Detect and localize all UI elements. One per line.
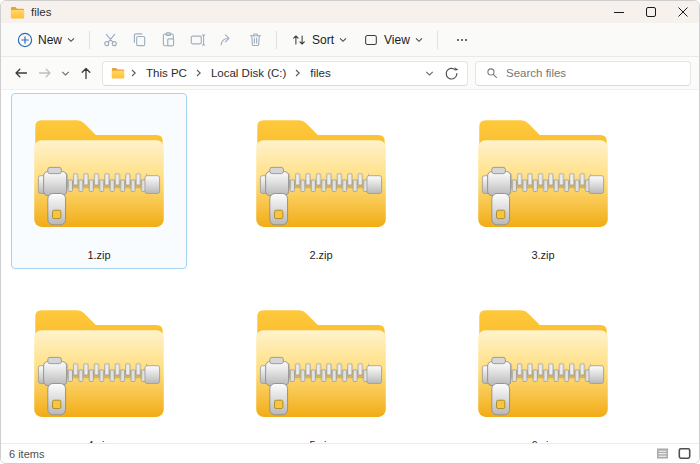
search-icon [485, 66, 499, 80]
rename-button[interactable] [183, 27, 212, 53]
file-label: 1.zip [87, 249, 110, 262]
back-icon [13, 65, 29, 81]
window-title: files [31, 6, 51, 18]
file-item-2zip[interactable]: 2.zip [233, 93, 409, 269]
more-options-button[interactable] [444, 27, 480, 53]
toolbar-divider [437, 31, 438, 49]
close-button[interactable] [667, 1, 699, 23]
file-label: 2.zip [309, 249, 332, 262]
file-explorer-window: files New [0, 0, 700, 464]
close-icon [678, 7, 688, 17]
cut-button[interactable] [96, 27, 125, 53]
sort-button-label: Sort [312, 33, 334, 47]
zip-folder-icon [474, 284, 612, 436]
chevron-down-icon [67, 37, 75, 43]
chevron-down-icon [415, 37, 423, 43]
forward-button[interactable] [33, 61, 56, 85]
chevron-right-icon [128, 69, 140, 77]
minimize-icon [614, 7, 624, 17]
address-bar[interactable]: This PC Local Disk (C:) files [102, 61, 468, 86]
new-button-label: New [38, 33, 62, 47]
new-button[interactable]: New [9, 27, 83, 53]
refresh-icon[interactable] [444, 66, 459, 81]
zip-folder-icon [30, 94, 168, 246]
file-grid: 1.zip 2.zip 3.zip 4.zip 5.zip 6.zip [1, 90, 699, 443]
copy-button[interactable] [125, 27, 154, 53]
more-options-icon [454, 32, 470, 48]
paste-icon [160, 31, 177, 48]
details-view-button[interactable] [651, 445, 673, 463]
chevron-down-icon [339, 37, 347, 43]
zip-folder-icon [30, 284, 168, 436]
search-box[interactable] [475, 61, 691, 86]
view-button-label: View [384, 33, 410, 47]
file-item-3zip[interactable]: 3.zip [455, 93, 631, 269]
folder-icon [111, 66, 125, 80]
chevron-right-icon [193, 69, 205, 77]
view-icon [363, 32, 379, 48]
file-item-4zip[interactable]: 4.zip [11, 283, 187, 443]
items-count: 6 items [9, 448, 44, 460]
paste-button[interactable] [154, 27, 183, 53]
sort-button[interactable]: Sort [283, 27, 355, 53]
forward-icon [37, 65, 53, 81]
file-label: 3.zip [531, 249, 554, 262]
cut-icon [102, 31, 119, 48]
delete-icon [247, 31, 264, 48]
share-button[interactable] [212, 27, 241, 53]
minimize-button[interactable] [603, 1, 635, 23]
address-dropdown-button[interactable] [425, 70, 434, 77]
up-button[interactable] [74, 61, 97, 85]
chevron-right-icon [292, 69, 304, 77]
window-tab[interactable]: files [10, 5, 51, 20]
view-button[interactable]: View [355, 27, 431, 53]
large-icons-view-button[interactable] [673, 445, 695, 463]
file-item-6zip[interactable]: 6.zip [455, 283, 631, 443]
breadcrumb-files[interactable]: files [307, 66, 333, 80]
up-icon [78, 65, 94, 81]
copy-icon [131, 31, 148, 48]
rename-icon [189, 31, 206, 48]
title-bar: files [1, 1, 699, 23]
large-icons-view-icon [678, 447, 691, 460]
zip-folder-icon [252, 94, 390, 246]
toolbar-divider [276, 31, 277, 49]
new-plus-icon [17, 32, 33, 48]
share-icon [218, 31, 235, 48]
maximize-icon [646, 7, 656, 17]
delete-button[interactable] [241, 27, 270, 53]
zip-folder-icon [252, 284, 390, 436]
caption-buttons [603, 1, 699, 23]
file-item-5zip[interactable]: 5.zip [233, 283, 409, 443]
file-item-1zip[interactable]: 1.zip [11, 93, 187, 269]
folder-icon [10, 5, 25, 20]
sort-icon [291, 32, 307, 48]
search-input[interactable] [506, 67, 681, 79]
toolbar-divider [89, 31, 90, 49]
breadcrumb-local-disk-c[interactable]: Local Disk (C:) [208, 66, 289, 80]
status-bar: 6 items [1, 443, 699, 463]
chevron-down-icon [61, 70, 70, 77]
breadcrumb-this-pc[interactable]: This PC [143, 66, 190, 80]
maximize-button[interactable] [635, 1, 667, 23]
details-view-icon [656, 447, 669, 460]
navigation-bar: This PC Local Disk (C:) files [1, 57, 699, 90]
recent-locations-button[interactable] [57, 61, 73, 85]
back-button[interactable] [9, 61, 32, 85]
command-bar: New Sort View [1, 23, 699, 57]
zip-folder-icon [474, 94, 612, 246]
